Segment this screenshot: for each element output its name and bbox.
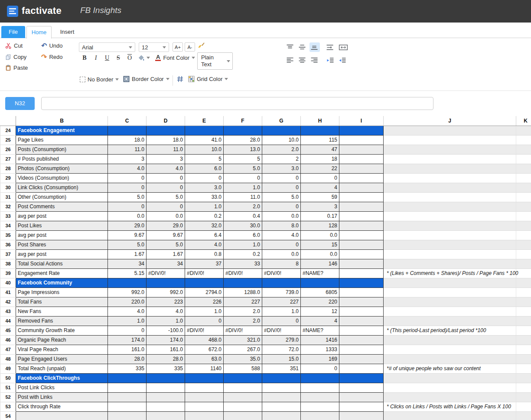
indent-decrease-button[interactable] (337, 55, 348, 65)
cell-value[interactable]: 1.0 (224, 240, 262, 249)
corner-cell[interactable] (0, 116, 16, 126)
row-number[interactable]: 37 (0, 249, 16, 259)
cell-label[interactable]: avg per post (16, 211, 108, 221)
cell-value[interactable]: 4.0 (108, 164, 147, 173)
cell-empty[interactable] (339, 288, 384, 297)
cell-empty[interactable] (339, 392, 384, 402)
cell-value[interactable]: 29.0 (108, 221, 147, 230)
cell-value[interactable]: 1.0 (262, 307, 301, 316)
cell-value[interactable]: 6.0 (224, 230, 262, 240)
row-number[interactable]: 47 (0, 345, 16, 354)
cell-value[interactable]: 1288.0 (224, 288, 262, 297)
cell-label[interactable]: Videos (Consumption) (16, 173, 108, 183)
row-number[interactable]: 24 (0, 126, 16, 135)
cell-value[interactable] (262, 411, 301, 420)
cell-value[interactable] (108, 126, 147, 135)
cell-label[interactable]: Total Social Actions (16, 259, 108, 268)
cell-value[interactable] (108, 383, 147, 392)
cell-value[interactable] (108, 402, 147, 411)
cell-value[interactable]: 33.0 (185, 192, 224, 202)
cell-empty[interactable] (516, 202, 531, 211)
row-number[interactable]: 27 (0, 154, 16, 164)
cell-value[interactable] (108, 373, 147, 383)
cell-value[interactable] (301, 126, 339, 135)
cell-note[interactable] (384, 354, 516, 364)
cell-empty[interactable] (339, 354, 384, 364)
cell-empty[interactable] (339, 173, 384, 183)
column-header-B[interactable]: B (16, 116, 108, 126)
cell-value[interactable]: 35.0 (224, 354, 262, 364)
cell-empty[interactable] (339, 278, 384, 288)
cell-value[interactable] (224, 126, 262, 135)
cell-value[interactable]: 28.0 (224, 135, 262, 145)
cell-value[interactable]: 5.0 (147, 240, 185, 249)
cell-value[interactable] (147, 392, 185, 402)
row-number[interactable]: 52 (0, 392, 16, 402)
cell-value[interactable]: 3 (108, 154, 147, 164)
cell-value[interactable]: 220.0 (108, 297, 147, 307)
cell-value[interactable]: 161.0 (108, 345, 147, 354)
cell-value[interactable]: 227 (262, 297, 301, 307)
cell-empty[interactable] (339, 373, 384, 383)
cell-note[interactable] (384, 164, 516, 173)
column-header-I[interactable]: I (339, 116, 384, 126)
undo-button[interactable]: ↶ Undo (41, 42, 62, 49)
cell-value[interactable]: 0 (108, 183, 147, 192)
cell-value[interactable]: 0.0 (301, 230, 339, 240)
cell-empty[interactable] (516, 411, 531, 420)
row-number[interactable]: 36 (0, 240, 16, 249)
cell-note[interactable]: *# of unique people who saw our content (384, 364, 516, 373)
cell-value[interactable]: 0 (147, 183, 185, 192)
underline-button[interactable]: U (102, 54, 112, 62)
cell-empty[interactable] (339, 411, 384, 420)
cell-value[interactable]: 41.0 (185, 135, 224, 145)
cell-value[interactable] (147, 402, 185, 411)
show-grid-button[interactable] (177, 76, 183, 82)
paste-button[interactable]: Paste (5, 65, 28, 71)
italic-button[interactable]: I (91, 54, 101, 62)
cell-value[interactable]: 28.0 (108, 354, 147, 364)
cell-value[interactable]: 174.0 (108, 335, 147, 345)
cell-label[interactable]: Photos (Consumption) (16, 164, 108, 173)
cell-value[interactable] (301, 373, 339, 383)
valign-top-button[interactable] (285, 42, 296, 52)
cell-value[interactable]: #DIV/0! (262, 326, 301, 335)
cell-value[interactable]: 0 (108, 202, 147, 211)
cell-value[interactable]: 4 (301, 316, 339, 326)
cell-label[interactable]: Click through Rate (16, 402, 108, 411)
no-border-button[interactable]: No Border (80, 76, 119, 83)
cell-value[interactable]: 1.67 (147, 249, 185, 259)
cell-value[interactable]: 37 (185, 259, 224, 268)
cell-label[interactable]: Organic Page Reach (16, 335, 108, 345)
cell-value[interactable]: 72.0 (262, 345, 301, 354)
cell-label[interactable]: Other (Consumption) (16, 192, 108, 202)
row-number[interactable]: 46 (0, 335, 16, 345)
cell-value[interactable]: 0 (147, 202, 185, 211)
indent-increase-button[interactable] (325, 55, 336, 65)
cell-value[interactable]: 5.0 (224, 164, 262, 173)
cell-empty[interactable] (339, 230, 384, 240)
cell-empty[interactable] (516, 297, 531, 307)
cell-value[interactable]: 9.67 (147, 230, 185, 240)
overline-button[interactable]: O (125, 54, 134, 62)
tab-insert[interactable]: Insert (56, 26, 78, 39)
cell-value[interactable]: 128 (301, 221, 339, 230)
cell-empty[interactable] (516, 373, 531, 383)
cell-label[interactable]: Post with Links (16, 392, 108, 402)
row-number[interactable]: 45 (0, 326, 16, 335)
cell-empty[interactable] (339, 164, 384, 173)
cell-value[interactable]: 321.0 (224, 335, 262, 345)
cell-empty[interactable] (339, 192, 384, 202)
cell-empty[interactable] (516, 259, 531, 268)
cell-value[interactable]: 5.15 (108, 268, 147, 278)
cell-value[interactable] (301, 402, 339, 411)
cell-value[interactable] (301, 383, 339, 392)
strikethrough-button[interactable]: S (114, 54, 123, 62)
cell-value[interactable]: 1416 (301, 335, 339, 345)
cell-label[interactable]: # Posts published (16, 154, 108, 164)
cell-value[interactable]: 335 (147, 364, 185, 373)
cell-value[interactable]: 5.0 (147, 192, 185, 202)
cell-empty[interactable] (516, 316, 531, 326)
cell-value[interactable]: 11.0 (108, 145, 147, 154)
cell-value[interactable] (108, 411, 147, 420)
